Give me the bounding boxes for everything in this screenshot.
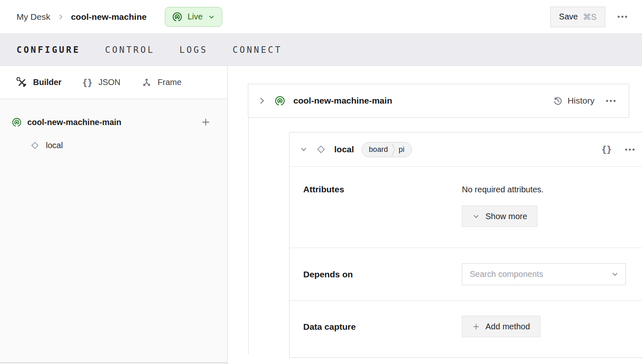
badge-chevron-divider [390, 142, 396, 157]
tree-item-local[interactable]: local [0, 136, 227, 155]
show-more-label: Show more [485, 212, 527, 221]
machine-part-card: cool-new-machine-main History [248, 84, 629, 118]
plus-icon [201, 117, 211, 127]
breadcrumb-item-my-desk[interactable]: My Desk [17, 12, 50, 22]
component-json-button[interactable]: {} [602, 144, 612, 154]
chevron-down-icon [472, 213, 480, 220]
attributes-empty-text: No required attributes. [462, 184, 544, 195]
view-toggle-builder-label: Builder [33, 78, 62, 87]
component-menu-button[interactable] [623, 146, 637, 153]
ellipsis-icon [606, 100, 608, 102]
ellipsis-icon [618, 16, 620, 18]
tree-item-local-label: local [46, 141, 63, 150]
view-toggle-json-label: JSON [98, 78, 120, 87]
content-area: Builder {} JSON Frame [0, 66, 642, 364]
configure-main: cool-new-machine-main History [228, 66, 642, 364]
search-components-input[interactable] [470, 269, 611, 279]
add-method-label: Add method [485, 322, 530, 331]
tab-connect[interactable]: CONNECT [233, 43, 282, 57]
machine-tabbar: CONFIGURE CONTROL LOGS CONNECT [0, 33, 642, 66]
tools-icon [17, 77, 27, 88]
broadcast-icon [172, 12, 183, 22]
header-overflow-menu-button[interactable] [615, 13, 630, 20]
plus-icon [472, 323, 480, 331]
view-toggle-frame-label: Frame [158, 78, 182, 87]
depends-on-label: Depends on [303, 263, 462, 285]
depends-on-section: Depends on [290, 248, 642, 300]
component-tree: cool-new-machine-main local [0, 99, 227, 155]
add-method-button[interactable]: Add method [462, 316, 540, 337]
show-more-button[interactable]: Show more [462, 206, 537, 227]
save-button-label: Save [559, 12, 578, 21]
view-toggle-json[interactable]: {} JSON [82, 78, 121, 87]
chevron-right-icon [57, 13, 64, 21]
depends-on-select[interactable] [462, 263, 626, 285]
data-capture-section: Data capture Add method [290, 300, 642, 357]
attributes-section: Attributes No required attributes. Show … [290, 166, 642, 248]
diamond-icon [315, 144, 327, 155]
component-card-local: local board pi {} [289, 132, 642, 358]
breadcrumb: My Desk cool-new-machine Live [17, 7, 222, 27]
view-toggle-frame[interactable]: Frame [141, 77, 182, 88]
component-card-header: local board pi {} [290, 132, 642, 166]
history-icon [553, 96, 563, 106]
indent-guide-line [248, 118, 249, 354]
machine-part-title: cool-new-machine-main [293, 96, 392, 106]
chevron-down-icon [300, 145, 308, 154]
braces-icon: {} [82, 78, 93, 87]
broadcast-icon [12, 117, 22, 128]
broadcast-icon [274, 95, 285, 106]
tree-item-machine-part[interactable]: cool-new-machine-main [0, 113, 227, 132]
chevron-right-icon [257, 96, 266, 105]
tab-logs[interactable]: LOGS [179, 43, 208, 57]
component-model: pi [396, 145, 411, 154]
part-card-menu-button[interactable] [604, 97, 618, 104]
history-button-label: History [568, 96, 594, 106]
component-name: local [334, 144, 354, 154]
component-type-model-badge: board pi [361, 142, 412, 157]
view-toggle: Builder {} JSON Frame [0, 66, 227, 99]
save-button[interactable]: Save ⌘S [550, 7, 605, 27]
tree-item-machine-part-label: cool-new-machine-main [27, 118, 195, 127]
diamond-icon [29, 140, 40, 151]
chevron-down-icon [208, 13, 215, 21]
expand-part-button[interactable] [257, 96, 266, 105]
add-component-button[interactable] [201, 117, 211, 127]
ellipsis-icon [625, 149, 627, 151]
data-capture-label: Data capture [303, 316, 462, 338]
configure-sidebar: Builder {} JSON Frame [0, 66, 228, 364]
live-status-label: Live [188, 12, 203, 21]
history-button[interactable]: History [553, 96, 594, 106]
save-shortcut-hint: ⌘S [583, 12, 597, 22]
component-type: board [362, 145, 390, 154]
chevron-down-icon [611, 270, 619, 278]
top-header: My Desk cool-new-machine Live Save ⌘S [0, 0, 642, 33]
header-actions: Save ⌘S [550, 7, 630, 27]
breadcrumb-item-machine-name: cool-new-machine [71, 12, 147, 22]
attributes-label: Attributes [303, 184, 462, 227]
live-status-badge[interactable]: Live [165, 7, 222, 27]
tab-control[interactable]: CONTROL [105, 43, 155, 57]
tab-configure[interactable]: CONFIGURE [17, 43, 80, 57]
collapse-component-button[interactable] [300, 145, 308, 154]
view-toggle-builder[interactable]: Builder [17, 77, 62, 88]
frame-axes-icon [141, 77, 152, 88]
part-components-area: local board pi {} [248, 132, 642, 358]
